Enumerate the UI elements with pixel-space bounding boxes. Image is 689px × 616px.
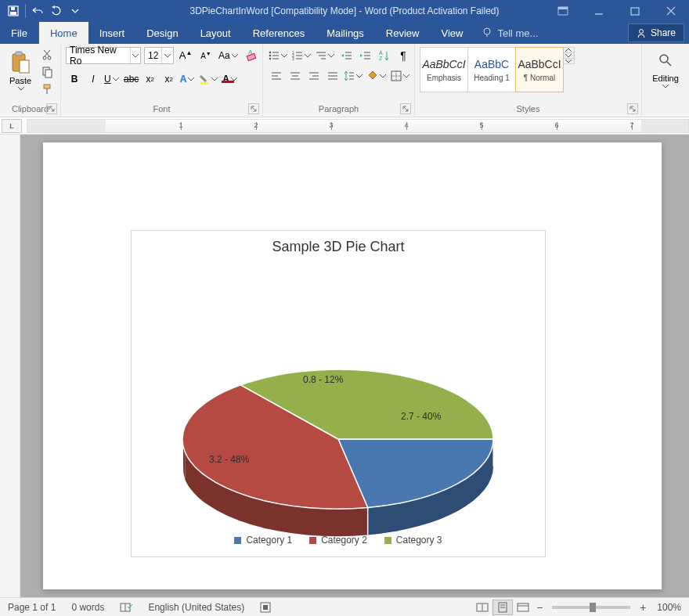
bold-button[interactable]: B [66, 70, 83, 88]
borders-button[interactable] [390, 67, 412, 85]
clear-formatting-button[interactable]: A [243, 47, 261, 64]
find-button[interactable] [652, 49, 679, 72]
zoom-slider[interactable] [552, 606, 630, 609]
italic-button[interactable]: I [85, 70, 102, 88]
copy-button[interactable] [39, 64, 55, 80]
undo-icon[interactable] [29, 2, 46, 20]
tab-review[interactable]: Review [375, 22, 431, 44]
multilevel-list-button[interactable] [315, 47, 337, 64]
shading-button[interactable] [366, 67, 388, 85]
svg-point-11 [639, 30, 643, 34]
change-case-button[interactable]: Aa [218, 47, 240, 64]
vertical-ruler[interactable] [0, 135, 20, 597]
read-mode-view[interactable] [472, 600, 492, 615]
print-layout-view[interactable] [492, 600, 513, 615]
font-name-combo[interactable]: Times New Ro [66, 47, 141, 64]
svg-line-68 [667, 62, 671, 66]
style-heading-1[interactable]: AaBbCHeading 1 [467, 47, 516, 92]
bullets-button[interactable] [268, 47, 290, 64]
tab-file[interactable]: File [0, 22, 39, 44]
align-right-icon [308, 71, 319, 81]
close-icon[interactable] [653, 0, 689, 22]
tab-design[interactable]: Design [135, 22, 189, 44]
save-icon[interactable] [5, 2, 22, 20]
window-title: 3DPieChartInWord [Compatibility Mode] - … [189, 5, 499, 16]
zoom-out-button[interactable]: − [533, 601, 546, 614]
paste-button[interactable]: Paste [5, 47, 36, 94]
gallery-up-button[interactable] [563, 48, 574, 53]
superscript-button[interactable]: x2 [161, 70, 178, 88]
format-painter-button[interactable] [39, 81, 55, 97]
paragraph-dialog-launcher[interactable] [400, 103, 411, 114]
gallery-down-button[interactable] [563, 53, 574, 59]
styles-dialog-launcher[interactable] [627, 103, 638, 114]
grow-font-button[interactable]: A▲ [177, 47, 194, 64]
numbering-button[interactable]: 123 [291, 47, 313, 64]
minimize-icon[interactable] [581, 0, 617, 22]
sort-button[interactable]: AZ [376, 47, 393, 64]
increase-indent-button[interactable] [357, 47, 374, 64]
tab-insert[interactable]: Insert [88, 22, 136, 44]
status-macro[interactable] [252, 602, 279, 613]
show-marks-button[interactable]: ¶ [395, 47, 412, 64]
status-page[interactable]: Page 1 of 1 [0, 602, 63, 613]
cut-button[interactable] [39, 47, 55, 63]
status-spellcheck[interactable] [112, 602, 140, 613]
align-center-button[interactable] [287, 67, 304, 85]
text-effects-button[interactable]: A [179, 70, 197, 88]
qat-customize-icon[interactable] [67, 2, 84, 20]
ribbon-display-options-icon[interactable] [545, 0, 581, 22]
font-size-combo[interactable]: 12 [144, 47, 174, 64]
zoom-in-button[interactable]: + [637, 601, 649, 614]
svg-line-17 [45, 50, 50, 56]
align-left-button[interactable] [268, 67, 285, 85]
group-editing: Editing [642, 44, 689, 117]
share-button[interactable]: Share [628, 23, 684, 42]
tell-me-search[interactable]: Tell me... [474, 22, 546, 44]
document-page[interactable]: Sample 3D Pie Chart [43, 142, 662, 589]
line-spacing-button[interactable] [343, 67, 365, 85]
subscript-button[interactable]: x2 [142, 70, 159, 88]
style-emphasis[interactable]: AaBbCcIEmphasis [420, 47, 468, 92]
legend-swatch [234, 537, 241, 544]
numbering-icon: 123 [292, 51, 303, 60]
data-label-cat1: 2.7 - 40% [401, 411, 441, 422]
tab-view[interactable]: View [430, 22, 474, 44]
zoom-thumb[interactable] [590, 603, 596, 612]
web-layout-view[interactable] [513, 600, 533, 615]
tab-home[interactable]: Home [39, 22, 88, 44]
shrink-font-button[interactable]: A▼ [197, 47, 215, 64]
group-label-styles: Styles [517, 104, 540, 113]
status-words[interactable]: 0 words [63, 602, 112, 613]
horizontal-ruler[interactable]: 1234567 [27, 119, 689, 133]
legend-swatch [384, 537, 391, 544]
increase-indent-icon [360, 51, 371, 60]
style--normal[interactable]: AaBbCcI¶ Normal [515, 47, 564, 92]
chevron-down-icon [380, 74, 386, 78]
zoom-level[interactable]: 100% [649, 602, 689, 613]
chevron-down-icon[interactable] [662, 85, 669, 88]
zoom-label: 100% [657, 602, 681, 613]
tab-layout[interactable]: Layout [189, 22, 242, 44]
font-dialog-launcher[interactable] [248, 103, 259, 114]
tab-selector[interactable]: L [2, 119, 22, 133]
justify-button[interactable] [324, 67, 341, 85]
align-center-icon [290, 71, 301, 81]
group-label-font: Font [153, 104, 170, 113]
status-language[interactable]: English (United States) [140, 602, 252, 613]
highlight-button[interactable] [198, 70, 220, 88]
strikethrough-button[interactable]: abc [123, 70, 140, 88]
clipboard-dialog-launcher[interactable] [46, 103, 57, 114]
chart-object[interactable]: Sample 3D Pie Chart [131, 230, 546, 557]
tab-mailings[interactable]: Mailings [316, 22, 375, 44]
maximize-icon[interactable] [617, 0, 653, 22]
underline-button[interactable]: U [103, 70, 121, 88]
redo-icon[interactable] [48, 2, 65, 20]
gallery-more-button[interactable] [563, 59, 574, 63]
align-right-button[interactable] [305, 67, 323, 85]
svg-rect-6 [631, 8, 639, 15]
decrease-indent-button[interactable] [338, 47, 355, 64]
font-color-button[interactable]: A [222, 70, 240, 88]
legend-label: Category 3 [396, 535, 442, 546]
tab-references[interactable]: References [242, 22, 316, 44]
